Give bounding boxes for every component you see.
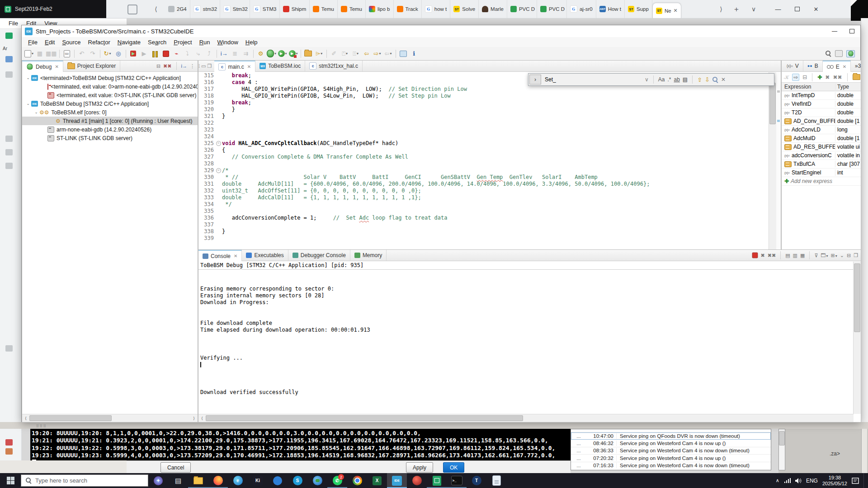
new-file-icon[interactable] — [24, 49, 34, 59]
code-line[interactable]: 337 — [198, 221, 769, 228]
expander-icon[interactable]: ⌄ — [25, 102, 31, 106]
expression-row[interactable]: TxBufCAchar [307 — [782, 160, 861, 169]
display-console-icon[interactable]: 🗔 — [821, 253, 828, 258]
add-expression-icon[interactable]: ✚ — [817, 74, 822, 80]
code-line[interactable]: 338} — [198, 228, 769, 235]
editor-tab-stm32f1xx_hal-c[interactable]: cstm32f1xx_hal.c — [305, 61, 363, 71]
editor-tab-ToBeBSM-ioc[interactable]: MXToBeBSM.ioc — [255, 61, 305, 71]
console-vscrollbar[interactable] — [853, 262, 861, 414]
browser-close-button[interactable]: ✕ — [807, 0, 826, 18]
find-all-icon[interactable] — [712, 77, 718, 83]
remove-launch-icon[interactable]: ✖ — [761, 253, 765, 258]
save-icon[interactable]: ▦ — [34, 49, 45, 59]
menu-run[interactable]: Run — [196, 39, 214, 46]
debug-tree-row[interactable]: ⌄IDE<terminated>ToBeBSM Debug [STM32 C/C… — [22, 74, 198, 82]
code-line[interactable]: 317 HAL_GPIO_WritePin(GPIOA, S4High_Pin,… — [198, 86, 769, 93]
ok-button[interactable]: OK — [443, 462, 464, 473]
debug-tree-row[interactable]: <terminated, exit value: 0>ST-LINK (ST-L… — [22, 91, 198, 99]
expression-row[interactable]: (x)=StartEnginelint — [782, 169, 861, 177]
code-line[interactable]: 339 — [198, 235, 769, 242]
refresh-icon[interactable]: ↻ — [102, 49, 113, 59]
column-expression[interactable]: Expression — [782, 84, 835, 90]
instruction-stepping-icon[interactable]: i→ — [219, 49, 230, 59]
next-annotation-icon[interactable]: ⍞ — [340, 49, 350, 59]
browser-tab[interactable]: Shipm — [280, 0, 310, 18]
tab-group-icon[interactable] — [127, 5, 137, 14]
browser-tab[interactable]: Ghow t — [422, 0, 451, 18]
sidebar-mini-icon[interactable] — [5, 345, 13, 352]
sidebar-mini-icon[interactable]: Ar — [3, 46, 10, 52]
browser-tab[interactable]: STSolve — [450, 0, 479, 18]
terminate-relaunch-icon[interactable] — [128, 49, 139, 59]
log-row[interactable]: ...08:36:33Service ping on Westeford Cam… — [571, 447, 771, 455]
code-line[interactable]: 329−/* — [198, 167, 769, 174]
tab-close-icon[interactable]: ✕ — [55, 64, 58, 69]
log-row[interactable]: ...06:42:32Service ping on Westeford Cam… — [571, 469, 771, 470]
tab-debugger-console[interactable]: Debugger Console — [288, 250, 350, 261]
expression-row[interactable]: AD_RES_BUFFERvolatile ui — [782, 143, 861, 151]
taskbar-icon-explorer[interactable] — [188, 473, 208, 488]
code-line[interactable]: 318 HAL_GPIO_WritePin(GPIOB, S4Low_Pin, … — [198, 93, 769, 99]
code-line[interactable]: 319 break; — [198, 99, 769, 106]
code-line[interactable]: 322 — [198, 120, 769, 127]
tab-close-icon[interactable]: ✕ — [234, 253, 237, 258]
find-input[interactable]: Set_ — [545, 76, 642, 83]
tab-executables[interactable]: Executables — [242, 250, 288, 261]
browser-tab[interactable]: STSupp — [625, 0, 652, 18]
run-icon[interactable]: ▶ — [277, 49, 288, 59]
open-console-icon[interactable]: ⊞ — [830, 253, 837, 258]
taskbar-icon-notepad[interactable] — [486, 473, 506, 488]
skip-breakpoints-icon[interactable]: ◎ — [113, 49, 124, 59]
debug-tree-row[interactable]: ST-LINK (ST-LINK GDB server) — [22, 134, 198, 142]
find-previous-icon[interactable]: ⇧ — [697, 76, 702, 83]
code-line[interactable]: 320 } — [198, 106, 769, 113]
search-flashlight-icon[interactable]: ⌲ — [314, 49, 325, 59]
code-line[interactable]: 323 — [198, 127, 769, 133]
scroll-lock-icon[interactable]: ▥ — [793, 253, 797, 258]
show-desktop-button[interactable] — [863, 473, 866, 488]
find-next-icon[interactable]: ⇩ — [705, 76, 710, 83]
menu-project[interactable]: Project — [170, 39, 195, 46]
tab-console[interactable]: Console✕ — [198, 250, 242, 261]
menu-edit[interactable]: Edit — [41, 39, 58, 46]
ide-title-bar[interactable]: IDE Stm_Projects - ToBeBSM/Core/Src/main… — [22, 25, 860, 37]
sidebar-mini-icon[interactable] — [5, 439, 13, 446]
code-line[interactable]: 327 // Conversion Complete & DMA Transfe… — [198, 154, 769, 160]
debug-icon[interactable] — [266, 49, 277, 59]
minimize-view-icon[interactable]: ⊟ — [156, 63, 160, 69]
tab-memory[interactable]: Memory — [350, 250, 387, 261]
debug-perspective-icon[interactable] — [846, 50, 855, 57]
log-row[interactable]: ...10:47:00Service ping on QFoods DVR is… — [571, 432, 771, 440]
selection-scope-icon[interactable]: ▤ — [683, 76, 688, 83]
forward-history-icon[interactable]: ⇦ — [383, 49, 394, 59]
taskbar-icon-cortana[interactable]: ✦ — [148, 473, 168, 488]
browser-tab[interactable]: GSTM3 — [250, 0, 280, 18]
pin-editor-icon[interactable] — [398, 49, 409, 59]
tab-close-icon[interactable]: ✕ — [674, 8, 678, 14]
browser-tab[interactable]: Temu — [338, 0, 366, 18]
code-line[interactable]: 325−void HAL_ADC_ConvCpltCallback(ADC_Ha… — [198, 140, 769, 147]
taskbar-icon-whatsapp[interactable]: ✆2 — [327, 473, 347, 488]
expression-row[interactable]: AD_Conv_BUFFEdouble [1 — [782, 117, 861, 126]
browser-maximize-button[interactable] — [788, 0, 807, 18]
remove-all-expressions-icon[interactable]: ✖✖ — [833, 74, 842, 80]
expression-row[interactable]: (x)=adcConversionCvolatile in — [782, 151, 861, 160]
tab-scroll-left-icon[interactable]: ⟨ — [149, 5, 163, 13]
add-new-expression-row[interactable]: ✚Add new express — [782, 177, 861, 186]
code-line[interactable]: 332uint32_t AdcOffSet[11] = {0, 0, 0, 0,… — [198, 188, 769, 194]
taskbar-icon-excel[interactable]: X — [367, 473, 387, 488]
toolbar-search-icon[interactable] — [826, 51, 831, 56]
right-edge-scrollbar[interactable] — [861, 429, 867, 473]
browser-tab[interactable]: Marle — [479, 0, 507, 18]
menu-refactor[interactable]: Refactor — [85, 39, 114, 46]
save-all-icon[interactable]: ▦▦ — [45, 49, 57, 59]
sidebar-mini-icon[interactable] — [5, 136, 13, 142]
browser-tab[interactable]: STNe✕ — [652, 3, 681, 18]
log-row[interactable]: ...07:20:32Service ping on Westeford Cam… — [571, 455, 771, 462]
expander-icon[interactable]: ⌄ — [33, 110, 39, 114]
browser-tab[interactable]: PVC D — [537, 0, 567, 18]
ide-minimize-button[interactable]: — — [826, 26, 843, 37]
show-logical-structure-icon[interactable]: ⇨ — [792, 74, 799, 81]
find-close-icon[interactable]: ✕ — [721, 76, 726, 83]
browser-tab[interactable]: Track — [394, 0, 422, 18]
